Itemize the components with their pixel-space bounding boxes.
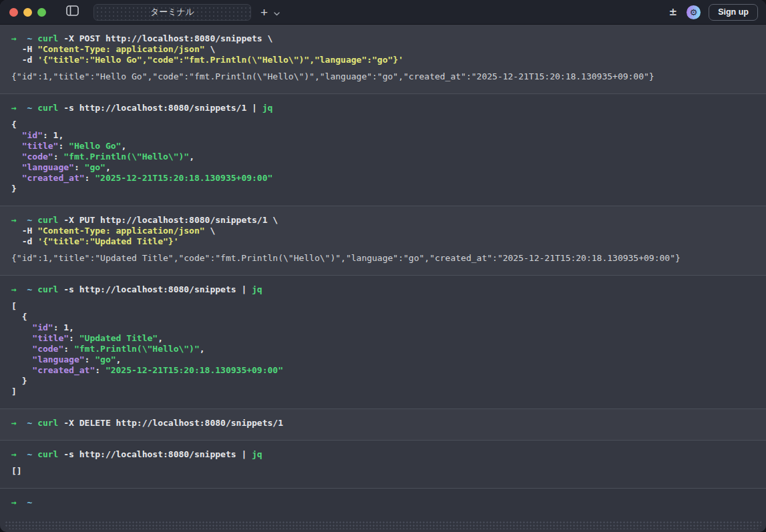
token-punc: : 1, (53, 322, 74, 332)
token-arg: -s http://localhost:8080/snippets | (58, 449, 252, 459)
command-output: {"id":1,"title":"Hello Go","code":"fmt.P… (11, 71, 755, 82)
token-out: {"id":1,"title":"Hello Go","code":"fmt.P… (11, 71, 654, 81)
token-punc: : (74, 162, 85, 172)
command-block[interactable]: → ~ curl -s http://localhost:8080/snippe… (0, 440, 766, 488)
tab-title: ターミナル (150, 6, 194, 18)
token-arg (32, 215, 37, 225)
token-arg: -X DELETE http://localhost:8080/snippets… (58, 418, 283, 428)
token-val: "go" (95, 354, 116, 364)
update-download-button[interactable]: ± (669, 6, 678, 18)
sidebar-toggle-button[interactable] (66, 5, 79, 19)
token-punc: , (116, 354, 122, 364)
output-line: "code": "fmt.Println(\"Hello\")", (11, 152, 755, 162)
token-out: {"id":1,"title":"Updated Title","code":"… (11, 253, 681, 263)
token-str: '{"title":"Updated Title"}' (37, 236, 178, 246)
token-arg (32, 284, 37, 294)
command-line: -d '{"title":"Updated Title"}' (11, 236, 755, 247)
token-punc: : (53, 152, 64, 162)
output-line: ] (11, 386, 755, 397)
output-line: "created_at": "2025-12-21T15:20:18.13093… (11, 365, 755, 376)
token-str: '{"title":"Hello Go","code":"fmt.Println… (37, 55, 403, 65)
token-arrow: → (11, 284, 17, 294)
command-block[interactable]: → ~ curl -X PUT http://localhost:8080/sn… (0, 206, 766, 275)
output-line: "created_at": "2025-12-21T15:20:18.13093… (11, 173, 755, 184)
token-arg (17, 33, 27, 43)
token-arg: -H (11, 226, 37, 236)
settings-button[interactable]: ⚙ (687, 5, 701, 19)
token-key: "language" (11, 162, 74, 172)
output-line: "id": 1, (11, 322, 755, 333)
command-output: [ { "id": 1, "title": "Updated Title", "… (11, 301, 755, 397)
token-arg: \ (205, 44, 216, 54)
token-val: "Hello Go" (69, 141, 121, 151)
token-arg (17, 418, 27, 428)
token-cmd: curl (37, 449, 58, 459)
zoom-button[interactable] (37, 8, 46, 17)
new-tab-button[interactable]: + (260, 6, 268, 19)
token-arg: -d (11, 55, 37, 65)
token-arrow: → (11, 215, 17, 225)
close-button[interactable] (9, 8, 18, 17)
chevron-down-icon (274, 6, 280, 19)
token-punc: : (85, 173, 95, 183)
terminal-window: ターミナル + ± ⚙ Sign up → ~ curl -X POST htt… (0, 0, 766, 532)
output-line: } (11, 184, 755, 194)
token-val: "fmt.Println(\"Hello\")" (74, 344, 200, 354)
token-arg (17, 284, 27, 294)
minimize-button[interactable] (23, 8, 32, 17)
token-str: "Content-Type: application/json" (37, 44, 204, 54)
token-arg (32, 103, 37, 113)
signup-label: Sign up (718, 7, 749, 17)
titlebar: ターミナル + ± ⚙ Sign up (0, 0, 766, 25)
command-block[interactable]: → ~ curl -X DELETE http://localhost:8080… (0, 409, 766, 440)
token-punc: ] (11, 386, 17, 396)
token-val: "Updated Title" (79, 333, 158, 343)
plus-icon: + (260, 5, 268, 19)
command-block[interactable]: → ~ curl -X POST http://localhost:8080/s… (0, 25, 766, 93)
signup-button[interactable]: Sign up (709, 4, 758, 21)
token-arg: -d (11, 236, 37, 246)
command-line: → ~ curl -s http://localhost:8080/snippe… (11, 103, 755, 113)
token-cmd: curl (37, 215, 58, 225)
token-arg (17, 215, 27, 225)
token-key: "code" (11, 152, 53, 162)
output-line: "code": "fmt.Println(\"Hello\")", (11, 344, 755, 354)
current-command-block[interactable]: → ~ (0, 488, 766, 532)
traffic-lights (9, 8, 46, 17)
token-key: "id" (11, 130, 43, 140)
command-line: -H "Content-Type: application/json" \ (11, 226, 755, 236)
token-key: "language" (11, 354, 85, 364)
command-line: → ~ curl -s http://localhost:8080/snippe… (11, 449, 755, 460)
output-line: "title": "Updated Title", (11, 333, 755, 344)
token-val: "fmt.Println(\"Hello\")" (63, 152, 189, 162)
token-cmd: curl (37, 418, 58, 428)
output-line: "language": "go", (11, 354, 755, 365)
token-punc: : (58, 141, 69, 151)
gear-icon: ⚙ (690, 8, 698, 17)
token-arg: \ (205, 226, 216, 236)
command-line: -d '{"title":"Hello Go","code":"fmt.Prin… (11, 55, 755, 65)
plus-minus-icon: ± (669, 6, 678, 18)
token-cmd: curl (37, 33, 58, 43)
token-key: "created_at" (11, 365, 95, 375)
token-arrow: → (11, 497, 17, 507)
token-arrow: → (11, 33, 17, 43)
token-key: "id" (11, 322, 53, 332)
sidebar-icon (66, 5, 79, 19)
terminal-scrollback: → ~ curl -X POST http://localhost:8080/s… (0, 25, 766, 532)
token-arrow: → (11, 449, 17, 459)
token-punc: [ (11, 301, 17, 311)
command-output: {"id":1,"title":"Updated Title","code":"… (11, 253, 755, 264)
token-arg: -s http://localhost:8080/snippets | (58, 284, 252, 294)
command-line: → ~ curl -X PUT http://localhost:8080/sn… (11, 215, 755, 226)
tab-list-dropdown[interactable] (274, 6, 280, 19)
command-block[interactable]: → ~ curl -s http://localhost:8080/snippe… (0, 275, 766, 409)
command-block[interactable]: → ~ curl -s http://localhost:8080/snippe… (0, 93, 766, 206)
output-line: "title": "Hello Go", (11, 141, 755, 152)
token-punc: : (85, 354, 95, 364)
token-arg (32, 449, 37, 459)
tab-terminal[interactable]: ターミナル (93, 4, 251, 21)
command-line: → ~ curl -s http://localhost:8080/snippe… (11, 284, 755, 295)
token-arrow: → (11, 103, 17, 113)
token-key: "created_at" (11, 173, 85, 183)
